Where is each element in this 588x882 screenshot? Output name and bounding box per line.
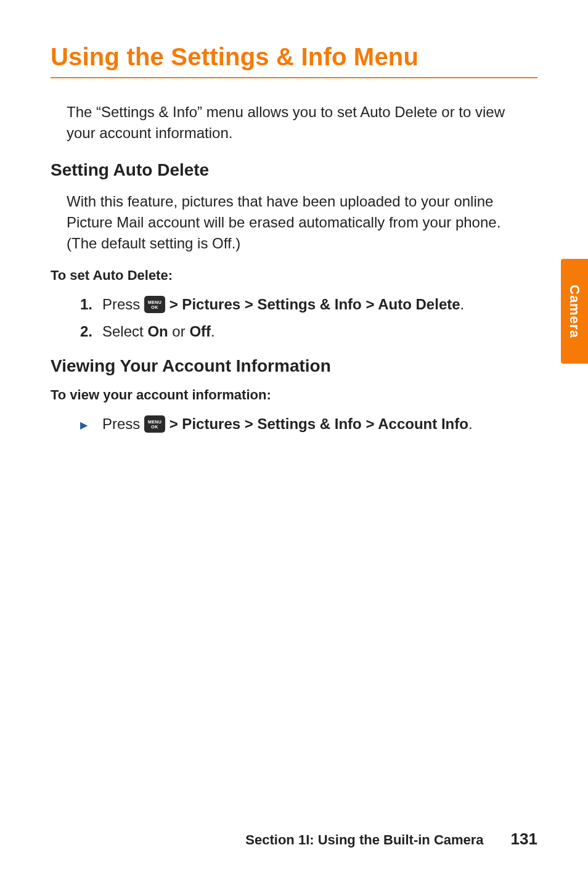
option-off: Off	[189, 323, 211, 340]
step-text: Select	[102, 323, 147, 340]
step-number: 2.	[80, 321, 95, 343]
intro-paragraph: The “Settings & Info” menu allows you to…	[67, 102, 531, 143]
menu-ok-key-icon: MENU OK	[144, 415, 165, 433]
option-on: On	[147, 323, 168, 340]
side-tab-label: Camera	[566, 285, 582, 338]
key-bottom-label: OK	[151, 425, 158, 429]
side-tab-camera: Camera	[561, 259, 588, 364]
key-top-label: MENU	[148, 420, 161, 424]
menu-path: > Pictures > Settings & Info > Auto Dele…	[169, 296, 460, 312]
subhead-view-account: To view your account information:	[51, 387, 531, 403]
step-text: Press	[102, 415, 144, 432]
key-bottom-label: OK	[151, 305, 158, 309]
section-heading-auto-delete: Setting Auto Delete	[51, 160, 531, 180]
arrow-item: ▶ Press MENU OK > Pictures > Settings & …	[80, 413, 531, 435]
page-title: Using the Settings & Info Menu	[51, 43, 537, 71]
triangle-bullet-icon: ▶	[80, 418, 88, 433]
steps-list: 1. Press MENU OK > Pictures > Settings &…	[67, 293, 531, 343]
page-footer: Section 1I: Using the Built-in Camera 13…	[0, 830, 588, 849]
step-text: Press	[102, 296, 144, 312]
step-text: or	[168, 323, 190, 340]
footer-section-label: Section 1I: Using the Built-in Camera	[245, 832, 483, 848]
document-page: Using the Settings & Info Menu The “Sett…	[0, 0, 588, 882]
arrow-body: Press MENU OK > Pictures > Settings & In…	[102, 413, 531, 435]
key-top-label: MENU	[148, 300, 161, 304]
auto-delete-description: With this feature, pictures that have be…	[67, 191, 531, 254]
step-body: Select On or Off.	[102, 321, 531, 343]
step-number: 1.	[80, 293, 95, 316]
step-end: .	[468, 415, 473, 432]
step-end: .	[211, 323, 215, 340]
title-rule: Using the Settings & Info Menu	[51, 43, 537, 78]
menu-ok-key-icon: MENU OK	[144, 296, 165, 313]
step-end: .	[460, 296, 465, 312]
menu-path: > Pictures > Settings & Info > Account I…	[169, 415, 468, 432]
step-1: 1. Press MENU OK > Pictures > Settings &…	[80, 293, 531, 316]
section-heading-account-info: Viewing Your Account Information	[51, 356, 531, 376]
step-2: 2. Select On or Off.	[80, 321, 531, 343]
page-content: The “Settings & Info” menu allows you to…	[51, 102, 537, 435]
step-body: Press MENU OK > Pictures > Settings & In…	[102, 293, 531, 316]
subhead-set-auto-delete: To set Auto Delete:	[51, 267, 531, 284]
arrow-list: ▶ Press MENU OK > Pictures > Settings & …	[67, 413, 531, 435]
footer-page-number: 131	[511, 830, 537, 849]
